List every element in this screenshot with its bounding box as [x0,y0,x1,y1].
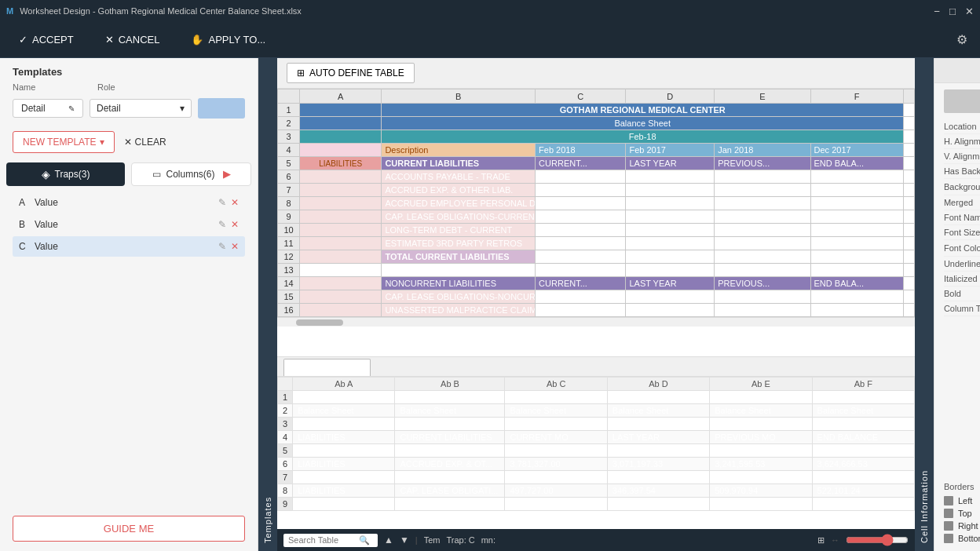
trap-edit-icon-c[interactable]: ✎ [218,241,226,252]
right-panel: Cell Information Location [4, A] H. Alig… [934,58,980,551]
list-item: 1 GOTHAM REGIONAL... GOTHAM REGIONAL... … [278,391,915,404]
col-header-f[interactable]: F [810,89,903,104]
border-row-bottom: Bottom [944,532,980,545]
table-row: 12 TOTAL CURRENT LIABILITIES 41,579,82..… [278,250,915,264]
background-label: Background [944,182,980,192]
minimize-button[interactable]: − [934,5,940,17]
table-row: 3 Feb-18 [278,130,915,144]
trap-value-c: Value [35,241,218,252]
preview-col-a[interactable]: Ab A [293,378,395,391]
border-right-label: Right [958,521,978,531]
trap-row-b: B Value ✎ ✕ [13,214,245,235]
list-item: 6 LIABILITIES ACCRUED EXP. & OT... 3,781… [278,458,915,471]
role-dropdown[interactable]: Detail ▾ [90,99,192,118]
italicized-label: Italicized [944,274,978,283]
col-header-e[interactable]: E [715,89,810,104]
info-row-font-name: Font Name Calibri [944,210,980,225]
font-name-label: Font Name [944,213,980,222]
table-row: 16 UNASSERTED MALPRACTICE CLAIMS 2,465,1… [278,304,915,317]
info-row-has-bg: Has Background Yes [944,164,980,179]
nav-up-button[interactable]: ▲ [384,535,393,546]
templates-table: Name Role Detail ✎ Detail ▾ [0,82,258,122]
nav-down-button[interactable]: ▼ [400,535,409,546]
search-box[interactable]: 🔍 [283,534,378,547]
col-header-a[interactable]: A [300,89,382,104]
toolbar: ✓ ACCEPT ✕ CANCEL ✋ APPLY TO... ⚙ [0,22,980,58]
zoom-slider[interactable] [846,534,909,546]
table-row: 4 Description Feb 2018 Feb 2017 Jan 2018… [278,144,915,157]
col-header-b[interactable]: B [382,89,536,104]
spreadsheet-container[interactable]: A B C D E F 1 GOTHAM REGIONAL MEDICAL CE… [277,89,915,356]
table-row: 5 LIABILITIES CURRENT LIABILITIES CURREN… [278,157,915,170]
cell-info-table: Location [4, A] H. Alignment Left V. Ali… [934,119,980,479]
close-button[interactable]: ✕ [965,5,974,17]
zoom-icon: ⊞ [817,535,825,546]
preview-col-c[interactable]: Ab C [505,378,607,391]
border-right-checkbox[interactable] [944,521,953,531]
col-headers: Name Role [13,82,245,92]
borders-label: Borders [944,482,980,491]
border-row-right: Right [944,520,980,532]
clear-button[interactable]: ✕ CLEAR [124,137,166,148]
preview-col-d[interactable]: Ab D [607,378,709,391]
col-header-c[interactable]: C [536,89,626,104]
new-template-button[interactable]: NEW TEMPLATE ▾ [13,131,115,153]
preview-col-b[interactable]: Ab B [395,378,505,391]
scrollbar-horizontal[interactable] [277,317,915,327]
trap-delete-icon-a[interactable]: ✕ [231,197,239,208]
trap-edit-icon-a[interactable]: ✎ [218,197,226,208]
chevron-down-icon: ▾ [180,103,185,114]
preview-col-f[interactable]: Ab F [812,378,914,391]
template-color-box [198,98,245,119]
template-name-badge[interactable]: Detail ✎ [13,99,83,118]
preview-col-num [278,378,293,391]
col-header-d[interactable]: D [626,89,715,104]
info-row-underlined: Underlined No [944,257,980,272]
center-area: ⊞ AUTO DEFINE TABLE A B C D E F [277,58,915,551]
cancel-button[interactable]: ✕ CANCEL [99,31,166,49]
templates-header: Templates [0,58,258,82]
info-row-italicized: Italicized No [944,272,980,286]
apply-to-button[interactable]: ✋ APPLY TO... [185,31,272,49]
scrollbar-thumb[interactable] [296,319,343,326]
x-icon: ✕ [124,137,132,148]
auto-define-button[interactable]: ⊞ AUTO DEFINE TABLE [287,63,415,83]
border-row-left: Left [944,494,980,507]
columns-tab[interactable]: ▭ Columns(6) ▶ [131,162,251,186]
row-num-header [278,89,300,104]
trap-delete-icon-b[interactable]: ✕ [231,219,239,230]
traps-list: A Value ✎ ✕ B Value ✎ ✕ C Value ✎ [0,186,258,352]
border-top-checkbox[interactable] [944,509,953,518]
separator: | [415,535,418,545]
trap-icons-c: ✎ ✕ [218,241,239,252]
search-input[interactable] [288,535,359,545]
templates-vertical-tab[interactable]: Templates [258,58,277,551]
settings-button[interactable]: ⚙ [956,32,967,47]
list-item: 8 LIABILITIES CAP. LEASE OBLIGATI... 497… [278,484,915,498]
preview-table-container[interactable]: Ab A Ab B Ab C Ab D Ab E Ab F 1 GOTHAM R… [277,376,915,529]
trap-edit-icon-b[interactable]: ✎ [218,219,226,230]
sheet-tab[interactable]: ⊞ Balance Sheet [283,359,371,376]
edit-icon: ✎ [68,104,75,113]
window-title: Worksheet Design - Gotham Regional Medic… [20,6,302,16]
accept-button[interactable]: ✓ ACCEPT [13,31,80,49]
cell-info-vertical-tab[interactable]: Cell Information [915,58,934,551]
trap-icons-a: ✎ ✕ [218,197,239,208]
guide-me-button[interactable]: GUIDE ME [13,516,245,542]
table-row: 1 GOTHAM REGIONAL MEDICAL CENTER [278,104,915,117]
border-top-label: Top [958,509,972,518]
v-alignment-label: V. Alignment [944,151,980,161]
border-bottom-checkbox[interactable] [944,534,953,543]
restore-button[interactable]: □ [949,5,956,17]
spreadsheet-table: A B C D E F 1 GOTHAM REGIONAL MEDICAL CE… [277,89,915,317]
table-row: 13 [278,264,915,277]
zoom-area: ⊞ ↔ [817,534,909,546]
border-left-checkbox[interactable] [944,496,953,505]
trap-delete-icon-c[interactable]: ✕ [231,241,239,252]
tem-label: Tem [424,535,441,545]
list-item: 7 LIABILITIES ACCRUED EMPLOYEE... 2,023,… [278,471,915,484]
traps-tab[interactable]: ◈ Traps(3) [6,162,125,186]
list-item: 4 LIABILITIES CURRENT LIABILITIES CURREN… [278,431,915,444]
template-actions: NEW TEMPLATE ▾ ✕ CLEAR [0,122,258,162]
preview-col-e[interactable]: Ab E [710,378,812,391]
